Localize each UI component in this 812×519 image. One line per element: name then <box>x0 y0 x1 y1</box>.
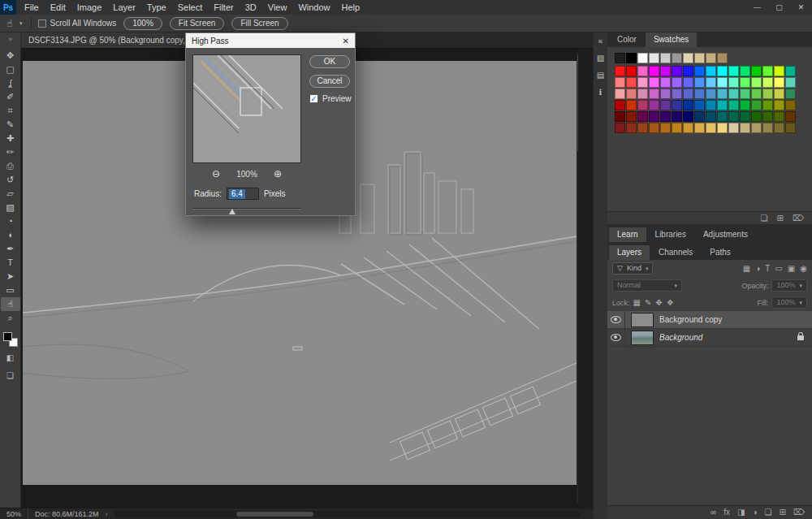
color-swatch[interactable] <box>649 123 659 133</box>
menu-item-select[interactable]: Select <box>172 0 209 15</box>
color-swatch[interactable] <box>762 123 773 133</box>
libraries-panel-icon[interactable]: ▤ <box>597 71 604 80</box>
color-swatch[interactable] <box>649 66 659 76</box>
color-swatch[interactable] <box>660 111 671 122</box>
fill-dropdown[interactable]: 100% ▾ <box>771 296 807 309</box>
color-swatch[interactable] <box>774 77 784 88</box>
new-swatch-group-icon[interactable]: ❏ <box>761 214 768 223</box>
menu-item-type[interactable]: Type <box>141 0 172 15</box>
menu-item-view[interactable]: View <box>262 0 293 15</box>
color-swatch[interactable] <box>785 123 796 133</box>
tab-adjustments[interactable]: Adjustments <box>695 227 756 242</box>
path-selection-tool[interactable]: ➤ <box>1 270 20 283</box>
quick-mask-icon[interactable]: ◧ <box>1 352 20 365</box>
layer-effects-icon[interactable]: fx <box>723 508 730 517</box>
menu-item-3d[interactable]: 3D <box>240 0 262 15</box>
lock-position-icon[interactable]: ✥ <box>655 298 662 308</box>
layer-thumbnail[interactable] <box>631 313 654 327</box>
color-swatch[interactable] <box>672 89 682 99</box>
layer-name[interactable]: Background copy <box>659 315 722 324</box>
color-swatch[interactable] <box>615 77 625 88</box>
visibility-cell[interactable] <box>607 329 625 346</box>
color-swatch[interactable] <box>626 100 637 110</box>
radius-input[interactable]: 6.4 <box>227 188 259 200</box>
lock-transparency-icon[interactable]: ▦ <box>633 298 641 308</box>
history-brush-tool[interactable]: ↺ <box>1 173 20 187</box>
menu-item-image[interactable]: Image <box>71 0 108 15</box>
color-swatch[interactable] <box>751 100 762 110</box>
color-swatch[interactable] <box>660 100 671 110</box>
color-swatch[interactable] <box>740 111 750 122</box>
color-swatch[interactable] <box>751 89 762 99</box>
move-tool[interactable]: ✥ <box>1 49 20 63</box>
color-swatch[interactable] <box>740 77 750 88</box>
color-swatch[interactable] <box>717 77 728 88</box>
filter-pixel-layers-icon[interactable]: ▦ <box>743 264 750 274</box>
vertical-scrollbar-thumb[interactable] <box>577 54 578 152</box>
horizontal-scrollbar[interactable] <box>114 511 580 517</box>
color-swatch[interactable] <box>637 53 648 63</box>
layer-row-background[interactable]: Background <box>607 329 812 347</box>
color-swatch[interactable] <box>762 77 773 88</box>
eye-icon[interactable] <box>611 334 621 341</box>
color-swatch[interactable] <box>649 53 659 63</box>
color-swatch[interactable] <box>626 77 637 88</box>
color-swatch[interactable] <box>660 77 671 88</box>
color-swatch[interactable] <box>774 66 784 76</box>
color-swatch[interactable] <box>626 89 637 99</box>
color-swatch[interactable] <box>785 111 796 122</box>
color-swatch[interactable] <box>717 111 728 122</box>
layer-thumbnail[interactable] <box>631 331 654 345</box>
tool-preset-caret-icon[interactable]: ▾ <box>19 20 23 27</box>
color-swatch[interactable] <box>728 123 739 133</box>
delete-swatch-icon[interactable]: ⌦ <box>793 214 804 223</box>
color-swatch[interactable] <box>637 100 648 110</box>
color-swatch[interactable] <box>672 123 682 133</box>
color-swatch[interactable] <box>706 66 716 76</box>
radius-slider[interactable] <box>193 206 300 214</box>
hand-tool-icon[interactable]: ☝ <box>0 18 19 29</box>
maximize-icon[interactable]: ▢ <box>768 0 790 15</box>
filter-type-layers-icon[interactable]: T <box>765 264 770 274</box>
info-panel-icon[interactable]: ℹ <box>599 88 603 97</box>
zoom-100-button[interactable]: 100% <box>123 17 162 30</box>
color-swatch[interactable] <box>728 66 739 76</box>
kind-filter-dropdown[interactable]: ▽ Kind ▾ <box>612 262 653 275</box>
color-swatch[interactable] <box>762 111 773 122</box>
color-swatch[interactable] <box>740 100 750 110</box>
filter-shape-layers-icon[interactable]: ▭ <box>775 264 782 274</box>
opacity-dropdown[interactable]: 100% ▾ <box>771 279 807 292</box>
color-swatch[interactable] <box>683 123 693 133</box>
horizontal-scrollbar-thumb[interactable] <box>236 512 313 517</box>
zoom-out-icon[interactable]: ⊖ <box>212 168 220 179</box>
visibility-cell[interactable] <box>607 311 625 328</box>
tab-swatches[interactable]: Swatches <box>646 32 697 47</box>
zoom-level-field[interactable]: 50% <box>0 508 28 519</box>
menu-item-help[interactable]: Help <box>336 0 366 15</box>
minimize-icon[interactable]: — <box>746 0 768 15</box>
color-swatch[interactable] <box>706 100 716 110</box>
color-swatch[interactable] <box>774 89 784 99</box>
color-swatch[interactable] <box>728 111 739 122</box>
type-tool[interactable]: T <box>1 256 20 270</box>
color-swatch[interactable] <box>683 66 693 76</box>
vertical-scrollbar[interactable] <box>577 50 578 504</box>
color-swatch[interactable] <box>751 66 762 76</box>
new-group-icon[interactable]: ❏ <box>765 508 772 517</box>
color-swatch[interactable] <box>762 66 773 76</box>
preview-checkbox[interactable]: ✓ <box>309 94 318 103</box>
lock-pixels-icon[interactable]: ✎ <box>645 298 651 308</box>
toolbar-collapse-icon[interactable]: » <box>8 34 12 45</box>
new-layer-icon[interactable]: ⊞ <box>779 508 785 517</box>
color-swatch[interactable] <box>774 111 784 122</box>
color-swatch[interactable] <box>683 100 693 110</box>
brush-tool[interactable]: ✏ <box>1 145 20 159</box>
color-swatch[interactable] <box>615 53 625 63</box>
eye-icon[interactable] <box>611 316 621 323</box>
foreground-color-swatch[interactable] <box>3 332 12 341</box>
color-swatch[interactable] <box>660 89 671 99</box>
color-swatch[interactable] <box>615 123 625 133</box>
tab-color[interactable]: Color <box>609 32 645 47</box>
color-swatch[interactable] <box>751 111 762 122</box>
color-panel-icon[interactable]: ▧ <box>597 54 604 63</box>
